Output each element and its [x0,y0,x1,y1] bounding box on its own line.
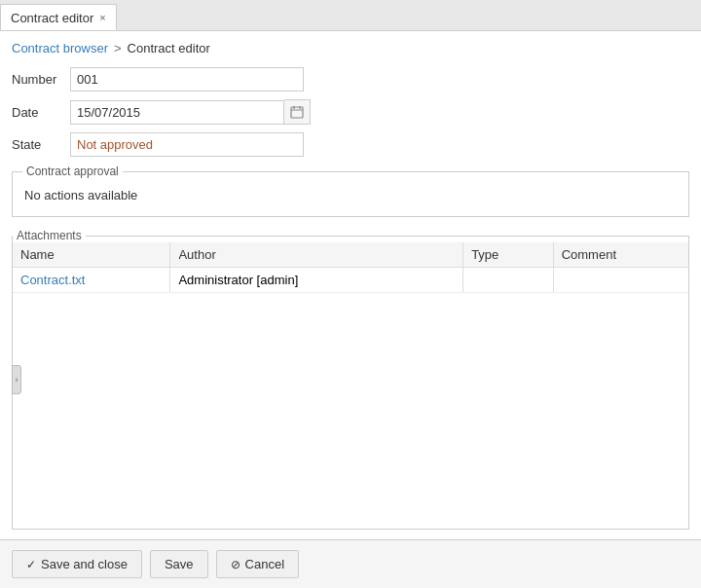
tab-bar: Contract editor × [0,0,701,31]
save-close-button[interactable]: ✓ Save and close [12,550,142,578]
col-header-type: Type [463,242,554,268]
scroll-handle[interactable]: › [12,365,21,394]
cancel-button[interactable]: ⊘ Cancel [216,550,299,578]
attachments-legend: Attachments [13,229,86,242]
date-input[interactable] [70,100,284,125]
number-input[interactable] [70,67,304,92]
date-label: Date [12,105,70,120]
main-content: Contract browser > Contract editor Numbe… [0,31,701,539]
state-input[interactable] [70,132,304,157]
number-label: Number [12,72,70,87]
breadcrumb-link[interactable]: Contract browser [12,41,108,55]
tab-contract-editor[interactable]: Contract editor × [0,4,117,30]
col-header-comment: Comment [553,242,688,268]
checkmark-icon: ✓ [26,558,36,571]
state-label: State [12,137,70,152]
col-header-author: Author [170,242,463,268]
attachments-wrapper: › Attachments Name Author Type Comment [12,229,689,530]
attachment-type-cell [463,268,554,293]
attachment-name-cell: Contract.txt [13,268,170,293]
breadcrumb-separator: > [114,41,122,55]
contract-approval-fieldset: Contract approval No actions available [12,165,689,217]
attachments-fieldset: Attachments Name Author Type Comment [12,229,689,530]
attachment-link[interactable]: Contract.txt [20,273,85,287]
date-field-group: Date [12,99,689,125]
scroll-handle-icon: › [16,375,18,385]
save-label: Save [165,557,194,571]
attachment-comment-cell [553,268,688,293]
save-close-label: Save and close [41,557,128,571]
save-button[interactable]: Save [150,550,208,578]
breadcrumb-current: Contract editor [128,41,210,55]
attachment-author-cell: Administrator [admin] [170,268,463,293]
cancel-label: Cancel [245,557,284,571]
table-row: Contract.txtAdministrator [admin] [13,268,688,293]
attachments-table-wrapper: Name Author Type Comment Contract.txtAdm… [13,242,688,529]
col-header-name: Name [13,242,170,268]
cancel-icon: ⊘ [231,558,240,571]
calendar-icon [290,105,304,119]
svg-rect-0 [291,107,303,118]
breadcrumb: Contract browser > Contract editor [12,41,689,55]
date-wrapper [70,99,311,125]
footer: ✓ Save and close Save ⊘ Cancel [0,539,701,588]
calendar-button[interactable] [284,99,311,125]
tab-close-button[interactable]: × [99,13,105,23]
window: Contract editor × Contract browser > Con… [0,0,701,588]
number-field-group: Number [12,67,689,92]
approval-legend: Contract approval [22,165,123,178]
tab-label: Contract editor [11,11,93,25]
state-field-group: State [12,132,689,157]
no-actions-text: No actions available [22,184,679,206]
attachments-table: Name Author Type Comment Contract.txtAdm… [13,242,688,293]
